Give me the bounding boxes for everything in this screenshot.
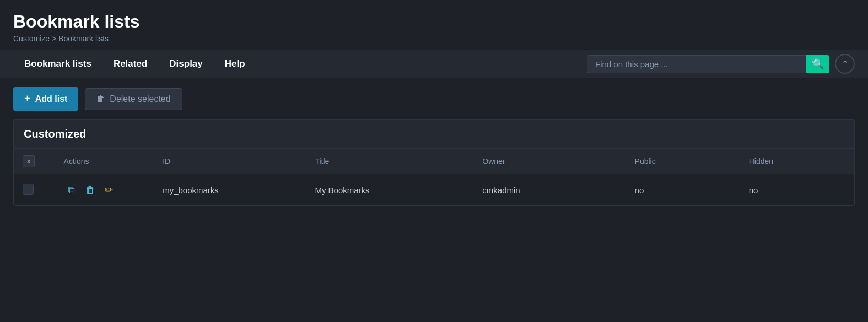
delete-selected-label: Delete selected — [110, 94, 170, 104]
row-actions-cell: ⧉ 🗑 ✏ — [55, 174, 154, 206]
trash-icon: 🗑 — [96, 94, 105, 104]
search-wrapper: 🔍 — [587, 55, 829, 73]
edit-icon[interactable]: ✏ — [101, 182, 117, 198]
table-header-row: x Actions ID Title Owner Public Hidden — [14, 149, 854, 174]
row-owner: cmkadmin — [473, 174, 626, 206]
row-id: my_bookmarks — [154, 174, 306, 206]
chevron-up-icon: ⌃ — [842, 59, 849, 69]
nav-item-related[interactable]: Related — [103, 50, 158, 78]
toolbar: + Add list 🗑 Delete selected — [0, 78, 868, 119]
delete-icon[interactable]: 🗑 — [83, 182, 98, 198]
select-all-checkbox[interactable]: x — [23, 155, 35, 167]
add-list-button[interactable]: + Add list — [13, 87, 78, 111]
breadcrumb: Customize > Bookmark lists — [13, 34, 855, 43]
table-row: ⧉ 🗑 ✏ my_bookmarks My Bookmarks cmkadmin… — [14, 174, 854, 206]
row-public: no — [626, 174, 740, 206]
section-header: Customized — [13, 119, 855, 148]
row-checkbox-cell — [14, 174, 55, 206]
nav-item-help[interactable]: Help — [214, 50, 256, 78]
table-container: x Actions ID Title Owner Public Hidden — [13, 148, 855, 206]
col-header-hidden: Hidden — [740, 149, 854, 174]
nav-bar: Bookmark lists Related Display Help 🔍 ⌃ — [0, 50, 868, 78]
row-checkbox[interactable] — [23, 184, 34, 195]
page-title: Bookmark lists — [13, 11, 855, 32]
collapse-button[interactable]: ⌃ — [835, 54, 855, 74]
section-title: Customized — [24, 128, 86, 140]
col-header-title: Title — [306, 149, 473, 174]
copy-icon[interactable]: ⧉ — [64, 182, 79, 198]
nav-search-area: 🔍 ⌃ — [587, 54, 855, 74]
col-header-id: ID — [154, 149, 306, 174]
search-button[interactable]: 🔍 — [806, 55, 829, 73]
bookmark-table: x Actions ID Title Owner Public Hidden — [14, 149, 854, 205]
row-hidden: no — [740, 174, 854, 206]
action-icons: ⧉ 🗑 ✏ — [64, 182, 145, 198]
row-title: My Bookmarks — [306, 174, 473, 206]
search-icon: 🔍 — [812, 58, 824, 70]
col-header-actions: Actions — [55, 149, 154, 174]
add-list-label: Add list — [35, 94, 68, 104]
nav-item-bookmark-lists[interactable]: Bookmark lists — [13, 50, 103, 78]
content-area: Customized x Actions ID Title Owner Publ… — [0, 119, 868, 219]
col-header-owner: Owner — [473, 149, 626, 174]
col-header-public: Public — [626, 149, 740, 174]
nav-item-display[interactable]: Display — [158, 50, 213, 78]
col-header-x: x — [14, 149, 55, 174]
delete-selected-button[interactable]: 🗑 Delete selected — [85, 88, 182, 110]
page-header: Bookmark lists Customize > Bookmark list… — [0, 0, 868, 50]
search-input[interactable] — [587, 55, 829, 73]
plus-icon: + — [24, 92, 31, 105]
